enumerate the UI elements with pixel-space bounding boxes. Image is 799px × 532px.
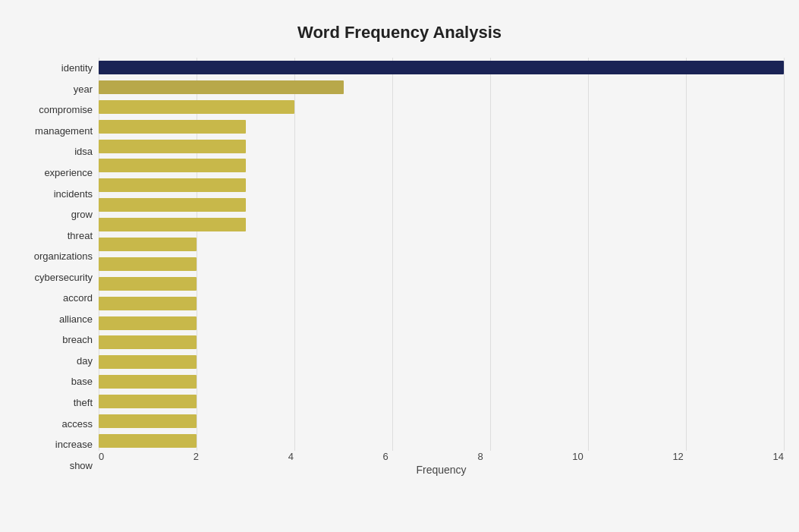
bar <box>99 218 246 231</box>
bar <box>99 375 197 389</box>
bar <box>99 120 246 134</box>
bar-row <box>99 295 784 312</box>
y-label: alliance <box>59 314 93 324</box>
y-label: threat <box>68 231 93 241</box>
x-axis-title: Frequency <box>99 464 784 476</box>
bar-row <box>99 197 784 213</box>
bar <box>99 257 197 271</box>
y-label: grow <box>71 209 93 219</box>
x-tick-label: 2 <box>193 451 199 462</box>
bar-row <box>99 413 784 430</box>
bar-row <box>99 216 784 233</box>
y-label: organizations <box>34 251 93 261</box>
bar <box>99 335 197 349</box>
bar-row <box>99 256 784 272</box>
bar <box>99 140 246 153</box>
bar-row <box>99 433 784 449</box>
chart-title: Word Frequency Analysis <box>15 15 784 42</box>
chart-area: identityyearcompromisemanagementidsaexpe… <box>15 58 784 476</box>
bar-row <box>99 334 784 351</box>
bar <box>99 238 197 251</box>
y-label: cybersecurity <box>34 272 93 282</box>
y-label: management <box>35 126 93 136</box>
y-label: accord <box>63 293 93 303</box>
y-axis-labels: identityyearcompromisemanagementidsaexpe… <box>15 58 99 476</box>
bar <box>99 434 197 448</box>
bar <box>99 297 197 310</box>
y-label: compromise <box>39 105 93 115</box>
bar <box>99 100 294 114</box>
bar-row <box>99 315 784 332</box>
x-tick-label: 10 <box>572 451 583 462</box>
bar <box>99 395 197 408</box>
bar <box>99 414 197 428</box>
bar <box>99 277 197 291</box>
bar-row <box>99 79 784 96</box>
x-tick-label: 4 <box>288 451 294 462</box>
bar <box>99 316 197 330</box>
y-label: incidents <box>54 189 93 199</box>
bar <box>99 178 246 192</box>
y-label: theft <box>74 398 93 408</box>
y-label: increase <box>55 439 93 449</box>
bar-row <box>99 236 784 253</box>
y-label: access <box>62 419 93 429</box>
bar <box>99 159 246 172</box>
y-label: breach <box>62 335 93 345</box>
x-tick-label: 12 <box>672 451 683 462</box>
bar <box>99 198 246 212</box>
bar-row <box>99 354 784 370</box>
bar <box>99 80 344 94</box>
bar-row <box>99 138 784 155</box>
bar-row <box>99 177 784 194</box>
bar-row <box>99 157 784 174</box>
y-label: base <box>71 376 93 386</box>
x-tick-label: 6 <box>383 451 388 462</box>
x-tick-label: 0 <box>99 451 104 462</box>
chart-container: Word Frequency Analysis identityyearcomp… <box>0 0 799 532</box>
y-label: year <box>74 84 93 94</box>
x-tick-label: 8 <box>477 451 483 462</box>
x-tick-label: 14 <box>772 451 783 462</box>
y-label: idsa <box>74 146 93 156</box>
bar-row <box>99 118 784 135</box>
bottom-section: 02468101214 Frequency <box>99 451 784 476</box>
bars-wrapper <box>99 58 784 451</box>
bar-row <box>99 393 784 410</box>
bars-and-grid: 02468101214 Frequency <box>99 58 784 476</box>
y-label: experience <box>44 168 93 178</box>
bar-row <box>99 99 784 115</box>
bar-row <box>99 373 784 390</box>
y-label: identity <box>61 63 93 73</box>
y-label: day <box>77 356 93 366</box>
x-tick-labels: 02468101214 <box>99 451 784 462</box>
bar-row <box>99 275 784 292</box>
grid-and-bars <box>99 58 784 451</box>
bar <box>99 61 784 74</box>
grid-line <box>784 58 785 451</box>
y-label: show <box>70 461 93 471</box>
bar-row <box>99 59 784 76</box>
bar <box>99 355 197 369</box>
